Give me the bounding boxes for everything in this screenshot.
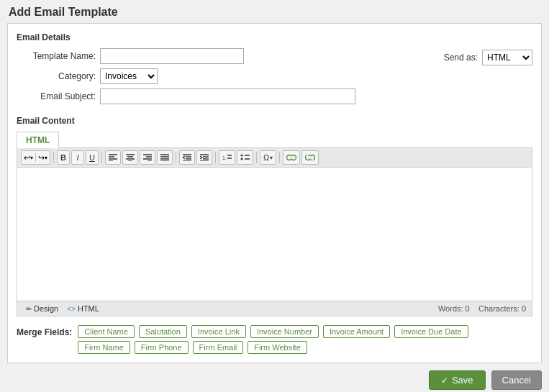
page-title: Add Email Template <box>0 0 549 23</box>
unordered-list-button[interactable] <box>237 150 253 165</box>
send-as-label: Send as: <box>444 53 478 63</box>
editor-area[interactable] <box>17 168 532 301</box>
word-char-count: Words: 0 Characters: 0 <box>438 304 526 313</box>
email-details-section-title: Email Details <box>17 32 532 42</box>
send-as-row: Send as: HTML Plain Text <box>444 48 532 65</box>
merge-btn-firm-website[interactable]: Firm Website <box>248 341 307 354</box>
checkmark-icon: ✓ <box>441 375 448 386</box>
redo-button[interactable]: ↪▾ <box>36 152 50 163</box>
template-name-input[interactable] <box>100 48 244 64</box>
svg-line-37 <box>305 153 315 162</box>
design-mode-button[interactable]: ✏ Design <box>23 304 61 314</box>
word-count-label: Words: 0 <box>438 304 470 313</box>
email-details-top-row: Template Name: Category: Invoices Quotes… <box>17 48 532 109</box>
svg-point-27 <box>241 155 243 157</box>
email-details-left: Template Name: Category: Invoices Quotes… <box>17 48 444 109</box>
html-mode-label: HTML <box>78 304 99 313</box>
editor-container: ↩▾ ↪▾ B I U <box>17 147 532 316</box>
merge-fields-grid: Client Name Salutation Invoice Link Invo… <box>78 325 468 354</box>
merge-btn-salutation[interactable]: Salutation <box>139 325 187 338</box>
svg-text:1.: 1. <box>222 155 227 160</box>
html-mode-button[interactable]: <> HTML <box>64 304 102 314</box>
editor-mode-buttons: ✏ Design <> HTML <box>23 304 102 314</box>
align-right-button[interactable] <box>140 150 155 165</box>
email-subject-label: Email Subject: <box>17 91 96 101</box>
indent-decrease-button[interactable] <box>179 150 195 165</box>
merge-btn-invoice-amount[interactable]: Invoice Amount <box>323 325 390 338</box>
editor-bottom-bar: ✏ Design <> HTML Words: 0 Characters: 0 <box>17 301 532 316</box>
pencil-icon: ✏ <box>26 305 32 313</box>
ordered-list-button[interactable]: 1. <box>219 150 235 165</box>
italic-button[interactable]: I <box>71 150 84 165</box>
sep3 <box>176 152 176 163</box>
main-panel: Email Details Template Name: Category: I… <box>7 23 542 363</box>
cancel-button[interactable]: Cancel <box>491 370 542 390</box>
template-name-label: Template Name: <box>17 51 96 61</box>
template-name-row: Template Name: <box>17 48 444 64</box>
merge-btn-firm-phone[interactable]: Firm Phone <box>135 341 189 354</box>
footer-buttons: ✓ Save Cancel <box>0 370 549 390</box>
indent-increase-button[interactable] <box>196 150 212 165</box>
align-left-button[interactable] <box>105 150 121 165</box>
underline-button[interactable]: U <box>86 150 99 165</box>
align-justify-button[interactable] <box>157 150 173 165</box>
sep2 <box>101 152 102 163</box>
sep4 <box>215 152 216 163</box>
merge-btn-invoice-link[interactable]: Invoice Link <box>191 325 246 338</box>
sep5 <box>256 152 257 163</box>
merge-btn-client-name[interactable]: Client Name <box>78 325 135 338</box>
category-row: Category: Invoices Quotes General <box>17 68 444 84</box>
merge-fields-row-1: Client Name Salutation Invoice Link Invo… <box>78 325 468 338</box>
merge-btn-firm-email[interactable]: Firm Email <box>193 341 244 354</box>
design-mode-label: Design <box>34 304 58 313</box>
email-subject-input[interactable] <box>100 88 355 104</box>
email-content-section: Email Content HTML ↩▾ ↪▾ B I U <box>17 116 532 316</box>
editor-toolbar: ↩▾ ↪▾ B I U <box>17 148 532 168</box>
merge-btn-invoice-number[interactable]: Invoice Number <box>250 325 319 338</box>
special-chars-button[interactable]: Ω▾ <box>260 150 276 165</box>
email-subject-row: Email Subject: <box>17 88 444 104</box>
save-button[interactable]: ✓ Save <box>429 370 486 390</box>
html-tab[interactable]: HTML <box>17 132 59 148</box>
sep1 <box>53 152 54 163</box>
merge-btn-firm-name[interactable]: Firm Name <box>78 341 130 354</box>
email-content-section-title: Email Content <box>17 116 532 126</box>
unlink-button[interactable] <box>301 150 319 165</box>
svg-point-28 <box>241 158 243 160</box>
undo-redo-group: ↩▾ ↪▾ <box>21 150 50 165</box>
undo-button[interactable]: ↩▾ <box>22 152 35 163</box>
char-count-label: Characters: 0 <box>478 304 526 313</box>
link-button[interactable] <box>283 150 300 165</box>
align-center-button[interactable] <box>122 150 138 165</box>
merge-btn-invoice-due-date[interactable]: Invoice Due Date <box>394 325 468 338</box>
save-label: Save <box>452 375 473 386</box>
merge-fields-row-2: Firm Name Firm Phone Firm Email Firm Web… <box>78 341 468 354</box>
bold-button[interactable]: B <box>57 150 70 165</box>
html-angle-icon: <> <box>67 305 76 313</box>
send-as-select[interactable]: HTML Plain Text <box>482 50 532 65</box>
category-label: Category: <box>17 71 96 81</box>
sep6 <box>279 152 280 163</box>
category-select[interactable]: Invoices Quotes General <box>100 68 158 84</box>
merge-fields-label: Merge Fields: <box>17 325 72 337</box>
merge-fields-section: Merge Fields: Client Name Salutation Inv… <box>17 325 532 354</box>
svg-rect-33 <box>289 156 294 159</box>
